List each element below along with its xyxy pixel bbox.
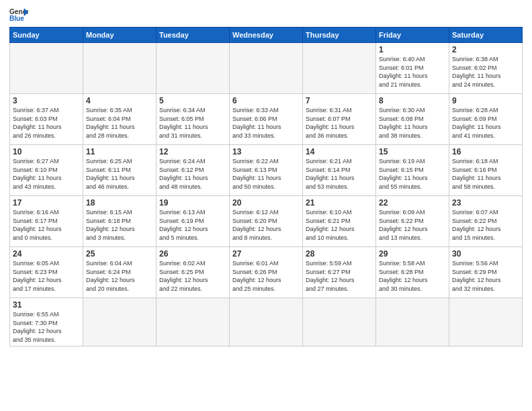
day-info: Sunrise: 6:33 AM Sunset: 6:06 PM Dayligh… bbox=[232, 106, 300, 140]
calendar-cell bbox=[83, 298, 157, 347]
day-info: Sunrise: 6:12 AM Sunset: 6:20 PM Dayligh… bbox=[232, 208, 300, 242]
day-info: Sunrise: 6:31 AM Sunset: 6:07 PM Dayligh… bbox=[306, 106, 373, 140]
weekday-header-saturday: Saturday bbox=[449, 28, 523, 43]
calendar-cell bbox=[83, 43, 157, 94]
calendar-cell: 26Sunrise: 6:02 AM Sunset: 6:25 PM Dayli… bbox=[157, 247, 230, 298]
day-number: 25 bbox=[86, 249, 153, 259]
day-number: 16 bbox=[452, 147, 519, 156]
calendar-cell: 16Sunrise: 6:18 AM Sunset: 6:16 PM Dayli… bbox=[449, 145, 523, 196]
day-info: Sunrise: 6:37 AM Sunset: 6:03 PM Dayligh… bbox=[13, 106, 80, 140]
calendar-cell bbox=[230, 298, 303, 347]
calendar-cell: 18Sunrise: 6:15 AM Sunset: 6:18 PM Dayli… bbox=[83, 196, 157, 247]
calendar-cell: 6Sunrise: 6:33 AM Sunset: 6:06 PM Daylig… bbox=[230, 94, 303, 145]
day-info: Sunrise: 5:59 AM Sunset: 6:27 PM Dayligh… bbox=[306, 259, 373, 293]
week-row-2: 10Sunrise: 6:27 AM Sunset: 6:10 PM Dayli… bbox=[10, 145, 523, 196]
calendar-cell bbox=[303, 43, 376, 94]
day-info: Sunrise: 6:05 AM Sunset: 6:23 PM Dayligh… bbox=[13, 259, 80, 293]
day-info: Sunrise: 6:21 AM Sunset: 6:14 PM Dayligh… bbox=[306, 157, 373, 191]
calendar-cell: 31Sunrise: 6:55 AM Sunset: 7:30 PM Dayli… bbox=[10, 298, 83, 347]
day-info: Sunrise: 6:01 AM Sunset: 6:26 PM Dayligh… bbox=[232, 259, 300, 293]
week-row-4: 24Sunrise: 6:05 AM Sunset: 6:23 PM Dayli… bbox=[10, 247, 523, 298]
day-number: 15 bbox=[379, 147, 446, 156]
day-info: Sunrise: 6:04 AM Sunset: 6:24 PM Dayligh… bbox=[86, 259, 153, 293]
day-info: Sunrise: 6:19 AM Sunset: 6:15 PM Dayligh… bbox=[379, 157, 446, 191]
calendar-cell: 3Sunrise: 6:37 AM Sunset: 6:03 PM Daylig… bbox=[10, 94, 83, 145]
day-info: Sunrise: 6:28 AM Sunset: 6:09 PM Dayligh… bbox=[452, 106, 519, 140]
day-number: 24 bbox=[13, 249, 80, 259]
weekday-header-thursday: Thursday bbox=[303, 28, 376, 43]
calendar-cell: 7Sunrise: 6:31 AM Sunset: 6:07 PM Daylig… bbox=[303, 94, 376, 145]
day-info: Sunrise: 6:35 AM Sunset: 6:04 PM Dayligh… bbox=[86, 106, 153, 140]
day-info: Sunrise: 6:18 AM Sunset: 6:16 PM Dayligh… bbox=[452, 157, 519, 191]
day-number: 31 bbox=[13, 300, 80, 310]
calendar: SundayMondayTuesdayWednesdayThursdayFrid… bbox=[9, 27, 523, 347]
day-number: 27 bbox=[232, 249, 300, 259]
day-number: 14 bbox=[306, 147, 373, 156]
weekday-header-wednesday: Wednesday bbox=[230, 28, 303, 43]
day-number: 1 bbox=[379, 45, 446, 54]
calendar-cell: 17Sunrise: 6:16 AM Sunset: 6:17 PM Dayli… bbox=[10, 196, 83, 247]
day-number: 5 bbox=[159, 96, 226, 105]
day-info: Sunrise: 6:25 AM Sunset: 6:11 PM Dayligh… bbox=[86, 157, 153, 191]
calendar-cell: 1Sunrise: 6:40 AM Sunset: 6:01 PM Daylig… bbox=[376, 43, 449, 94]
day-number: 13 bbox=[232, 147, 300, 156]
day-number: 23 bbox=[452, 198, 519, 208]
day-info: Sunrise: 5:58 AM Sunset: 6:28 PM Dayligh… bbox=[379, 259, 446, 293]
svg-text:Blue: Blue bbox=[9, 15, 24, 22]
day-number: 11 bbox=[86, 147, 153, 156]
day-info: Sunrise: 6:30 AM Sunset: 6:08 PM Dayligh… bbox=[379, 106, 446, 140]
week-row-3: 17Sunrise: 6:16 AM Sunset: 6:17 PM Dayli… bbox=[10, 196, 523, 247]
calendar-cell: 28Sunrise: 5:59 AM Sunset: 6:27 PM Dayli… bbox=[303, 247, 376, 298]
day-number: 19 bbox=[159, 198, 226, 208]
calendar-cell: 19Sunrise: 6:13 AM Sunset: 6:19 PM Dayli… bbox=[157, 196, 230, 247]
day-info: Sunrise: 5:56 AM Sunset: 6:29 PM Dayligh… bbox=[452, 259, 519, 293]
day-info: Sunrise: 6:09 AM Sunset: 6:22 PM Dayligh… bbox=[379, 208, 446, 242]
day-number: 8 bbox=[379, 96, 446, 105]
calendar-cell bbox=[230, 43, 303, 94]
day-info: Sunrise: 6:38 AM Sunset: 6:02 PM Dayligh… bbox=[452, 55, 519, 89]
day-number: 12 bbox=[159, 147, 226, 156]
day-info: Sunrise: 6:07 AM Sunset: 6:22 PM Dayligh… bbox=[452, 208, 519, 242]
day-info: Sunrise: 6:15 AM Sunset: 6:18 PM Dayligh… bbox=[86, 208, 153, 242]
day-number: 29 bbox=[379, 249, 446, 259]
calendar-cell: 23Sunrise: 6:07 AM Sunset: 6:22 PM Dayli… bbox=[449, 196, 523, 247]
calendar-cell bbox=[376, 298, 449, 347]
day-info: Sunrise: 6:34 AM Sunset: 6:05 PM Dayligh… bbox=[159, 106, 226, 140]
calendar-cell: 20Sunrise: 6:12 AM Sunset: 6:20 PM Dayli… bbox=[230, 196, 303, 247]
calendar-cell bbox=[303, 298, 376, 347]
calendar-cell: 30Sunrise: 5:56 AM Sunset: 6:29 PM Dayli… bbox=[449, 247, 523, 298]
week-row-5: 31Sunrise: 6:55 AM Sunset: 7:30 PM Dayli… bbox=[10, 298, 523, 347]
day-number: 18 bbox=[86, 198, 153, 208]
weekday-header-tuesday: Tuesday bbox=[157, 28, 230, 43]
calendar-cell: 21Sunrise: 6:10 AM Sunset: 6:21 PM Dayli… bbox=[303, 196, 376, 247]
calendar-cell: 13Sunrise: 6:22 AM Sunset: 6:13 PM Dayli… bbox=[230, 145, 303, 196]
day-number: 17 bbox=[13, 198, 80, 208]
header: General Blue bbox=[9, 7, 523, 23]
calendar-cell bbox=[10, 43, 83, 94]
generalblue-icon: General Blue bbox=[9, 7, 28, 23]
day-info: Sunrise: 6:27 AM Sunset: 6:10 PM Dayligh… bbox=[13, 157, 80, 191]
calendar-cell: 24Sunrise: 6:05 AM Sunset: 6:23 PM Dayli… bbox=[10, 247, 83, 298]
day-number: 10 bbox=[13, 147, 80, 156]
calendar-cell: 27Sunrise: 6:01 AM Sunset: 6:26 PM Dayli… bbox=[230, 247, 303, 298]
calendar-cell: 2Sunrise: 6:38 AM Sunset: 6:02 PM Daylig… bbox=[449, 43, 523, 94]
day-number: 7 bbox=[306, 96, 373, 105]
day-number: 4 bbox=[86, 96, 153, 105]
day-info: Sunrise: 6:16 AM Sunset: 6:17 PM Dayligh… bbox=[13, 208, 80, 242]
weekday-header-row: SundayMondayTuesdayWednesdayThursdayFrid… bbox=[10, 28, 523, 43]
day-info: Sunrise: 6:55 AM Sunset: 7:30 PM Dayligh… bbox=[13, 310, 80, 344]
day-info: Sunrise: 6:13 AM Sunset: 6:19 PM Dayligh… bbox=[159, 208, 226, 242]
day-number: 21 bbox=[306, 198, 373, 208]
calendar-cell: 9Sunrise: 6:28 AM Sunset: 6:09 PM Daylig… bbox=[449, 94, 523, 145]
day-number: 9 bbox=[452, 96, 519, 105]
calendar-cell bbox=[449, 298, 523, 347]
day-number: 22 bbox=[379, 198, 446, 208]
calendar-cell bbox=[157, 43, 230, 94]
day-number: 28 bbox=[306, 249, 373, 259]
calendar-cell: 15Sunrise: 6:19 AM Sunset: 6:15 PM Dayli… bbox=[376, 145, 449, 196]
calendar-cell: 25Sunrise: 6:04 AM Sunset: 6:24 PM Dayli… bbox=[83, 247, 157, 298]
day-number: 20 bbox=[232, 198, 300, 208]
logo: General Blue bbox=[9, 7, 28, 23]
day-number: 2 bbox=[452, 45, 519, 54]
week-row-1: 3Sunrise: 6:37 AM Sunset: 6:03 PM Daylig… bbox=[10, 94, 523, 145]
